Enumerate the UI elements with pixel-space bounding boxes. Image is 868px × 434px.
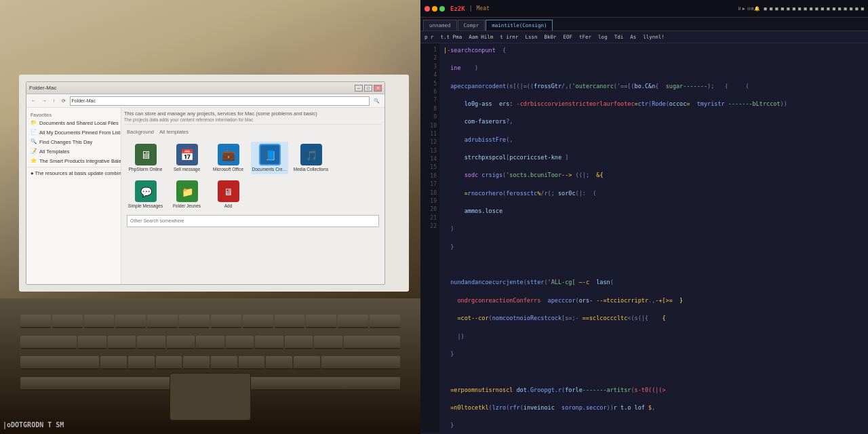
code-line: ) (443, 224, 864, 233)
code-line: ammos.losce (443, 207, 864, 216)
key (285, 336, 313, 349)
code-line: com-faserors?, (443, 117, 864, 126)
back-button[interactable]: ← (29, 98, 38, 104)
toolbar-icons-more: ■ ■ ■ ■ ■ ■ ■ ■ ■ ■ ■ ■ ■ ■ ■ ■ ■ ■ (764, 6, 864, 12)
sidebar-item-templates[interactable]: 📝 All Templates (26, 146, 121, 156)
office-icon: 💼 (218, 144, 239, 165)
app-item-phpstorm[interactable]: 🖥 PhpStorm Online (127, 142, 164, 174)
laptop-keyboard (0, 298, 420, 434)
maximize-button[interactable]: □ (364, 85, 372, 92)
explorer-sidebar: Favorites 📁 Documents and Shared Local F… (26, 108, 121, 284)
svg-text:📁: 📁 (181, 186, 193, 198)
app-item-media[interactable]: 🎵 Media Collections (292, 142, 330, 174)
toolbar-icon-pause[interactable]: ⏸ (737, 6, 742, 12)
menu-item-extra[interactable]: llynnl! (642, 34, 666, 40)
refresh-button[interactable]: ⟳ (60, 98, 68, 104)
key (183, 356, 210, 370)
key (314, 336, 342, 349)
search-input[interactable] (127, 215, 379, 227)
menu-item-blocks[interactable]: Bk0r (542, 34, 557, 40)
editor-separator: | (469, 5, 473, 12)
search-button[interactable]: 🔍 (372, 98, 382, 104)
code-line: =n0ltocetkl(lzro(rfr(inveinoic soronp.se… (443, 403, 864, 412)
address-bar[interactable] (70, 96, 370, 106)
line-num: 10 (420, 122, 437, 130)
forward-button[interactable]: → (40, 98, 49, 104)
app-label: Media Collections (294, 167, 328, 172)
line-num: 7 (420, 96, 437, 104)
editor-window-controls (425, 6, 445, 12)
tab-label: unnamed (429, 22, 451, 28)
media-icon: 🎵 (300, 144, 322, 165)
key (239, 356, 265, 370)
menu-item-file[interactable]: p r (423, 34, 435, 40)
app-item-office[interactable]: 💼 Microsoft Office (210, 142, 247, 174)
menu-item-log[interactable]: tFer (578, 34, 593, 40)
code-line (443, 260, 864, 269)
editor-close-dot[interactable] (425, 6, 430, 12)
titlebar-controls: ─ □ ✕ (355, 85, 382, 92)
menu-item-as[interactable]: Tdi (613, 34, 625, 40)
code-line (443, 368, 864, 376)
line-numbers: 1 2 3 4 5 6 7 8 9 10 11 12 13 14 15 16 1… (420, 43, 439, 433)
code-line: } (443, 350, 864, 359)
editor-title-meat: Meat (477, 5, 490, 12)
line-num: 8 (420, 105, 437, 113)
key (294, 356, 320, 370)
menu-item-tell[interactable]: log (597, 34, 609, 40)
sidebar-item-find[interactable]: 🔍 Find Changes This Day (26, 137, 121, 146)
editor-body: 1 2 3 4 5 6 7 8 9 10 11 12 13 14 15 16 1… (420, 43, 868, 433)
toolbar-icon-play[interactable]: ▶ (743, 6, 745, 12)
line-num: 1 (420, 46, 437, 54)
code-editor: Ez2K | Meat ⏸ ▶ ⚙ ⊞ 🔔 ■ ■ ■ ■ ■ ■ ■ ■ ■ … (420, 0, 868, 434)
menu-item-layout[interactable]: As (629, 34, 637, 40)
menu-item-edit[interactable]: t.t Pma (439, 34, 464, 40)
app-item-add[interactable]: 🖥 Add (210, 178, 247, 211)
sidebar-item-personal[interactable]: ● The resources at basis update combinat… (26, 169, 121, 178)
toolbar-icon-settings[interactable]: ⚙ (747, 6, 750, 12)
key (370, 315, 400, 328)
svg-text:🖥: 🖥 (224, 186, 233, 197)
sidebar-item-smart[interactable]: ⭐ The Smart Products Integrative Balance… (26, 156, 121, 165)
editor-maximize-dot[interactable] (439, 6, 445, 12)
key (338, 315, 368, 328)
toolbar-icon-bell[interactable]: 🔔 (754, 6, 760, 12)
line-num: 22 (420, 222, 437, 231)
sidebar-item-documents[interactable]: 📁 Documents and Shared Local Files (26, 118, 121, 127)
app-label: Microsoft Office (213, 167, 243, 172)
app-item-messages[interactable]: 💬 Simple Messages (127, 178, 164, 211)
app-item-folder[interactable]: 📁 Folder Jeunes (168, 178, 205, 211)
key (20, 336, 77, 349)
app-item-docs[interactable]: 📘 Documents Creations (251, 142, 288, 174)
minimize-button[interactable]: ─ (355, 85, 363, 92)
line-num: 5 (420, 80, 437, 88)
context-item-background: Background (127, 129, 154, 135)
app-item-sell[interactable]: 📅 Sell message (168, 142, 205, 174)
laptop-screen: Folder-Mac ─ □ ✕ ← → ↑ ⟳ 🔍 Favorites (19, 75, 409, 292)
tab-active[interactable]: maintitle(Consign) (486, 20, 553, 31)
code-content[interactable]: |-searchconpunt { ine ) apeccpanorcodent… (439, 43, 868, 433)
app-label: Add (224, 203, 233, 209)
line-num: 15 (420, 163, 437, 172)
tab-unnamed[interactable]: unnamed (423, 20, 457, 31)
menu-item-selection[interactable]: Lssn (524, 34, 538, 40)
line-num: 20 (420, 205, 437, 214)
menu-item-view[interactable]: Aam Hilm (467, 34, 494, 40)
key (20, 315, 51, 328)
toolbar-icon-grid[interactable]: ⊞ (751, 6, 753, 12)
explorer-window: Folder-Mac ─ □ ✕ ← → ↑ ⟳ 🔍 Favorites (26, 81, 385, 285)
menu-item-filter[interactable]: EOF (562, 34, 574, 40)
key (78, 336, 106, 349)
add-icon: 🖥 (218, 180, 239, 202)
folder2-icon: 📁 (176, 180, 198, 202)
sidebar-item-all-docs[interactable]: 📄 All My Documents Pinned From Lists (26, 127, 121, 137)
tab-compr[interactable]: Compr (458, 20, 486, 31)
code-line: sodc crsigs('socts.bcuniToor--> ((|; &{ (443, 171, 864, 180)
up-button[interactable]: ↑ (51, 98, 58, 104)
menu-item-format[interactable]: t irnr (498, 34, 519, 40)
app-label: PhpStorm Online (129, 167, 163, 172)
editor-minimize-dot[interactable] (432, 6, 437, 12)
app-label: Folder Jeunes (173, 203, 201, 209)
docs-icon: 📘 (259, 144, 281, 165)
close-button[interactable]: ✕ (374, 85, 382, 92)
